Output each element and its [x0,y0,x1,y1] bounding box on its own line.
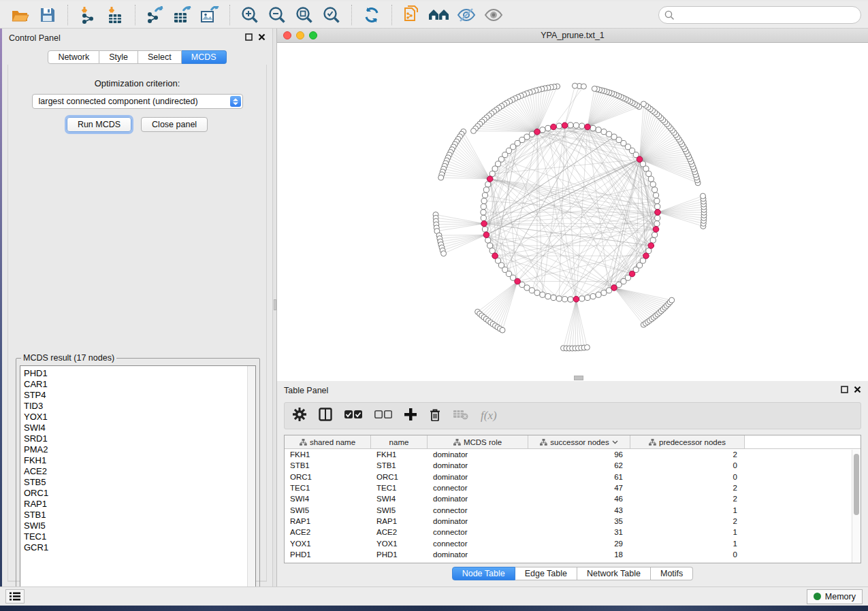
select-stepper-icon [230,96,241,107]
select-all-icon[interactable] [344,410,362,422]
zoom-out-icon[interactable] [266,4,289,26]
show-columns-icon[interactable] [319,408,332,424]
table-cell: TEC1 [371,482,428,493]
table-cell: YOX1 [285,538,371,548]
table-cell: 46 [528,493,630,504]
homes-icon[interactable] [428,4,451,26]
table-row[interactable]: RAP1RAP1dominator352 [285,516,861,527]
table-row[interactable]: PHD1PHD1dominator180 [285,549,861,560]
mcds-result-item[interactable]: STP4 [24,390,255,401]
mcds-result-title: MCDS result (17 nodes) [21,353,116,363]
mcds-result-item[interactable]: ACE2 [24,466,255,477]
deselect-all-icon[interactable] [374,410,392,422]
close-panel-button[interactable]: Close panel [141,117,208,132]
mcds-result-item[interactable]: GCR1 [24,542,255,553]
function-builder-icon[interactable]: f(x) [481,409,497,423]
table-cell: 2 [630,482,745,493]
clone-network-icon[interactable] [400,4,423,26]
hide-graphics-details-icon[interactable] [455,4,478,26]
table-cell: STB1 [285,460,371,471]
automation-list-button[interactable] [5,589,25,604]
mcds-result-item[interactable]: YOX1 [24,412,255,423]
zoom-fit-icon[interactable] [293,4,316,26]
network-canvas[interactable] [277,43,868,381]
mcds-result-item[interactable]: FKH1 [24,455,255,466]
table-cell: 18 [528,549,630,560]
table-settings-gear-icon[interactable] [293,408,306,424]
table-tab-motifs[interactable]: Motifs [651,567,693,580]
search-input[interactable] [658,6,861,24]
table-cell: dominator [428,449,528,460]
memory-label: Memory [825,592,856,601]
mcds-result-item[interactable]: STB5 [24,477,255,488]
table-row[interactable]: STB1STB1dominator620 [285,460,861,471]
delete-column-trash-icon[interactable] [429,408,441,424]
mcds-result-list[interactable]: PHD1CAR1STP4TID3YOX1SWI4SRD1PMA2FKH1ACE2… [20,365,256,601]
close-panel-icon[interactable] [258,33,266,43]
table-cell: TEC1 [285,482,371,493]
mcds-list-scrollbar[interactable] [247,366,255,600]
column-header-shared-name[interactable]: shared name [285,435,371,448]
network-hscroll-thumb[interactable] [574,376,583,380]
mcds-result-item[interactable]: SWI4 [24,423,255,433]
mcds-result-item[interactable]: TEC1 [24,531,255,542]
tab-network[interactable]: Network [48,50,99,64]
table-row[interactable]: TEC1TEC1connector472 [285,482,861,493]
table-row[interactable]: ACE2ACE2connector311 [285,527,861,538]
mcds-result-item[interactable]: STB1 [24,510,255,521]
table-row[interactable]: SWI4SWI4dominator462 [285,493,861,504]
table-row[interactable]: SWI5SWI5connector431 [285,504,861,515]
show-graphics-details-icon[interactable] [482,4,505,26]
import-network-icon[interactable] [76,4,99,26]
zoom-in-icon[interactable] [238,4,261,26]
tab-style[interactable]: Style [99,50,138,64]
add-column-icon[interactable] [404,408,417,423]
table-tab-node-table[interactable]: Node Table [452,567,515,580]
mcds-result-item[interactable]: TID3 [24,401,255,412]
table-row[interactable]: ORC1ORC1dominator610 [285,472,861,482]
mcds-result-item[interactable]: PHD1 [24,368,255,379]
table-row[interactable]: YOX1YOX1connector291 [285,538,861,548]
zoom-selected-icon[interactable] [320,4,343,26]
criterion-select[interactable]: largest connected component (undirected) [32,94,243,109]
run-mcds-button[interactable]: Run MCDS [67,117,131,132]
save-icon[interactable] [36,4,59,26]
export-image-icon[interactable] [198,4,221,26]
table-tab-edge-table[interactable]: Edge Table [515,567,577,580]
splitter-grip[interactable] [274,299,276,310]
table-scrollbar-track[interactable] [852,450,861,563]
open-folder-icon[interactable] [9,4,32,26]
memory-button[interactable]: Memory [807,589,863,604]
column-header-mcds-role[interactable]: MCDS role [428,435,528,448]
table-cell: ORC1 [371,472,428,482]
refresh-icon[interactable] [360,4,383,26]
export-network-icon[interactable] [144,4,167,26]
mcds-result-item[interactable]: SRD1 [24,433,255,444]
mcds-result-item[interactable]: ORC1 [24,488,255,499]
mcds-result-item[interactable]: RAP1 [24,499,255,510]
table-scrollbar-thumb[interactable] [854,454,859,515]
column-header-successor-nodes[interactable]: successor nodes [528,435,630,448]
column-header-name[interactable]: name [371,435,428,448]
network-svg [277,43,868,381]
network-nodes[interactable] [433,83,707,351]
float-panel-icon[interactable] [841,386,848,395]
table-tab-network-table[interactable]: Network Table [577,567,651,580]
export-table-icon[interactable] [171,4,194,26]
network-window-titlebar[interactable]: YPA_prune.txt_1 [277,29,868,43]
close-panel-icon[interactable] [854,386,861,395]
tab-select[interactable]: Select [138,50,182,64]
node-table-body: FKH1FKH1dominator962STB1STB1dominator620… [285,449,861,560]
import-table-icon[interactable] [103,4,127,26]
tab-mcds[interactable]: MCDS [182,50,227,64]
mcds-result-item[interactable]: PMA2 [24,444,255,455]
float-panel-icon[interactable] [245,33,253,43]
node-table-grid: shared namenameMCDS rolesuccessor nodesp… [284,435,861,563]
column-header-predecessor-nodes[interactable]: predecessor nodes [630,435,745,448]
mcds-result-item[interactable]: SWI5 [24,521,255,531]
delete-table-icon[interactable] [453,409,468,423]
mcds-result-item[interactable]: CAR1 [24,379,255,390]
panel-splitter[interactable] [272,29,277,587]
table-row[interactable]: FKH1FKH1dominator962 [285,449,861,460]
node-table-header: shared namenameMCDS rolesuccessor nodesp… [285,435,861,449]
